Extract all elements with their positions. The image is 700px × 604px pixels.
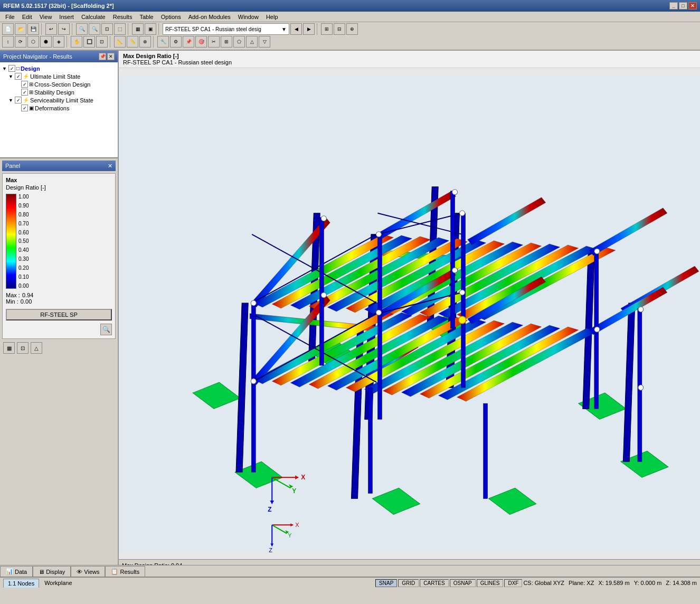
nav-close-button[interactable]: ✕ (107, 53, 115, 60)
check-def[interactable]: ✓ (21, 105, 28, 111)
tb-r11[interactable]: ⊗ (139, 36, 151, 48)
tb-panel-grid[interactable]: ▦ (3, 342, 15, 354)
tab-views[interactable]: 👁 Views (71, 566, 105, 577)
tb-r2[interactable]: ⟳ (15, 36, 26, 48)
legend-val-0.00: 0.00 (18, 283, 29, 289)
legend-val-0.60: 0.60 (18, 230, 29, 235)
check-sd[interactable]: ✓ (21, 89, 28, 96)
menu-item-addon[interactable]: Add-on Modules (185, 13, 234, 21)
results-tab-label: Results (120, 569, 139, 575)
tb-r19[interactable]: △ (246, 36, 258, 48)
check-csd[interactable]: ✓ (21, 81, 28, 88)
svg-point-72 (460, 211, 465, 216)
tb-panel-view[interactable]: ⊡ (17, 342, 29, 354)
panel-area: Panel ✕ Max Design Ratio [-] 1.00 0.90 0… (0, 158, 118, 565)
tb-new[interactable]: 📄 (2, 23, 14, 35)
toolbar-dropdown[interactable]: RF-STEEL SP CA1 - Russian steel desig ▼ (163, 23, 289, 35)
tb-render[interactable]: ▦ (132, 23, 144, 35)
navigator-header: Project Navigator - Results 📌 ✕ (0, 51, 118, 62)
panel-header: Panel ✕ (2, 161, 116, 171)
check-sls[interactable]: ✓ (15, 97, 22, 103)
grid-button[interactable]: GRID (398, 579, 419, 587)
menu-item-table[interactable]: Table (136, 13, 156, 21)
nodes-tab[interactable]: 1.1 Nodes (3, 579, 39, 588)
tree-item-deformations[interactable]: ✓ ▣ Deformations (2, 104, 116, 112)
tb-zoom-all[interactable]: ⊡ (101, 23, 113, 35)
tb-r4[interactable]: ⬢ (40, 36, 52, 48)
menu-item-insert[interactable]: Insert (56, 13, 77, 21)
tb-extra1[interactable]: ⊞ (321, 23, 333, 35)
tb-r7[interactable]: 🔲 (83, 36, 95, 48)
tb-r1[interactable]: ↕ (2, 36, 14, 48)
tb-prev[interactable]: ◀ (290, 23, 302, 35)
magnify-button[interactable]: 🔍 (100, 324, 112, 335)
menu-item-file[interactable]: File (2, 13, 18, 21)
tb-r9[interactable]: 📐 (114, 36, 126, 48)
nav-pin-button[interactable]: 📌 (99, 53, 106, 60)
tab-display[interactable]: 🖥 Display (33, 566, 71, 577)
coord-display: CS: Global XYZ Plane: XZ X: 19.589 m Y: … (523, 580, 700, 586)
tb-zoom-out[interactable]: 🔍 (89, 23, 100, 35)
views-tab-label: Views (84, 569, 99, 575)
tree-item-uls[interactable]: ▼ ✓ ⚡ Ultimate Limit State (2, 72, 116, 80)
workplane-label: Workplane (39, 580, 375, 586)
close-button[interactable]: ✕ (688, 2, 697, 10)
tb-save[interactable]: 💾 (27, 23, 39, 35)
snap-button[interactable]: SNAP (375, 579, 397, 587)
legend-val-0.90: 0.90 (18, 203, 29, 209)
tab-data[interactable]: 📊 Data (0, 566, 33, 577)
minimize-button[interactable]: _ (669, 2, 678, 10)
check-uls[interactable]: ✓ (15, 73, 22, 80)
menu-item-edit[interactable]: Edit (19, 13, 35, 21)
glines-button[interactable]: GLINES (477, 579, 504, 587)
tb-redo[interactable]: ↪ (58, 23, 70, 35)
tb-r15[interactable]: 🎯 (195, 36, 207, 48)
tb-r17[interactable]: ⊞ (221, 36, 232, 48)
tb-r5[interactable]: ◈ (53, 36, 64, 48)
tb-r6[interactable]: ✋ (71, 36, 82, 48)
tb-sep3 (128, 23, 130, 35)
cartes-button[interactable]: CARTES (420, 579, 448, 587)
dxf-button[interactable]: DXF (504, 579, 522, 587)
tb-panel-settings[interactable]: △ (31, 342, 42, 354)
tb-r18[interactable]: ⬠ (233, 36, 245, 48)
rf-steel-button[interactable]: RF-STEEL SP (6, 309, 112, 320)
tb-undo[interactable]: ↩ (45, 23, 57, 35)
max-design-ratio-status: Max Design Ratio: 0.94 (122, 562, 182, 565)
tb-r8[interactable]: ⊡ (96, 36, 108, 48)
max-value: 0.94 (22, 292, 33, 298)
tree-item-sls[interactable]: ▼ ✓ ⚡ Serviceability Limit State (2, 96, 116, 104)
tree-item-design[interactable]: ▼ ✓ □ Design (2, 64, 116, 72)
tab-results[interactable]: 📋 Results (105, 566, 145, 577)
tb-open[interactable]: 📂 (15, 23, 26, 35)
tb-extra2[interactable]: ⊟ (334, 23, 345, 35)
dropdown-text: RF-STEEL SP CA1 - Russian steel desig (165, 26, 261, 32)
tb-view3d[interactable]: ▣ (145, 23, 156, 35)
tb-r14[interactable]: 📌 (183, 36, 194, 48)
menu-item-help[interactable]: Help (263, 13, 281, 21)
menu-item-options[interactable]: Options (158, 13, 184, 21)
svg-text:X: X (295, 522, 299, 528)
svg-rect-66 (319, 218, 324, 365)
menu-item-window[interactable]: Window (235, 13, 262, 21)
osnap-button[interactable]: OSNAP (450, 579, 476, 587)
check-design[interactable]: ✓ (8, 65, 15, 72)
dropdown-arrow: ▼ (281, 26, 287, 32)
menu-item-results[interactable]: Results (110, 13, 136, 21)
menu-item-view[interactable]: View (36, 13, 55, 21)
tree-item-stability[interactable]: ✓ ⊞ Stability Design (2, 88, 116, 96)
menu-item-calculate[interactable]: Calculate (78, 13, 109, 21)
tb-r10[interactable]: 📏 (127, 36, 138, 48)
tb-r13[interactable]: ⚙ (170, 36, 182, 48)
tb-r20[interactable]: ▽ (259, 36, 270, 48)
tb-r16[interactable]: ✂ (208, 36, 220, 48)
tb-r12[interactable]: 🔧 (157, 36, 169, 48)
panel-close-btn[interactable]: ✕ (108, 163, 112, 169)
tb-zoom-window[interactable]: ⬚ (114, 23, 126, 35)
tb-zoom-in[interactable]: 🔍 (76, 23, 88, 35)
tb-r3[interactable]: ⬡ (27, 36, 39, 48)
tb-next[interactable]: ▶ (303, 23, 315, 35)
tree-item-cross-section[interactable]: ✓ ⊞ Cross-Section Design (2, 80, 116, 88)
tb-extra3[interactable]: ⊕ (346, 23, 358, 35)
maximize-button[interactable]: □ (679, 2, 687, 10)
